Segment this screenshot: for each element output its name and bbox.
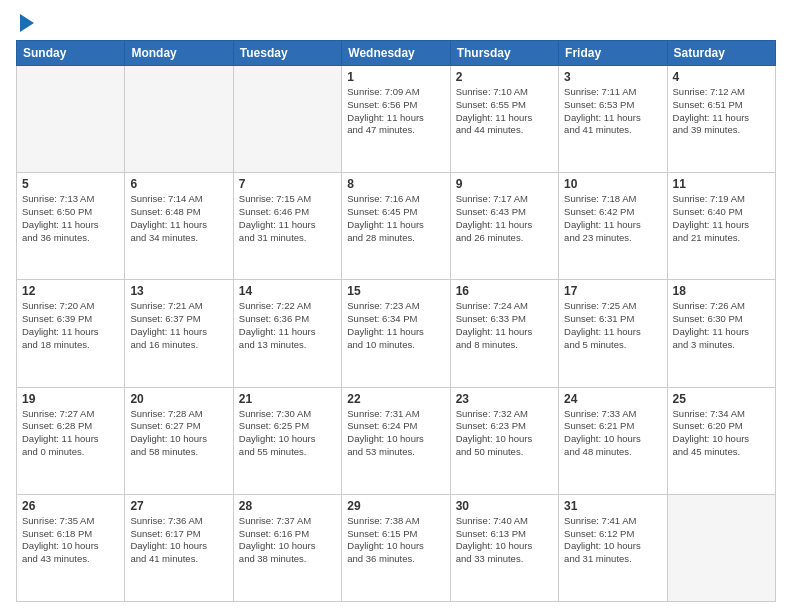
day-number: 21 — [239, 392, 336, 406]
day-info: Sunrise: 7:18 AM Sunset: 6:42 PM Dayligh… — [564, 193, 661, 244]
day-number: 6 — [130, 177, 227, 191]
day-number: 4 — [673, 70, 770, 84]
day-number: 29 — [347, 499, 444, 513]
day-number: 1 — [347, 70, 444, 84]
table-row: 25Sunrise: 7:34 AM Sunset: 6:20 PM Dayli… — [667, 387, 775, 494]
table-row: 8Sunrise: 7:16 AM Sunset: 6:45 PM Daylig… — [342, 173, 450, 280]
day-info: Sunrise: 7:31 AM Sunset: 6:24 PM Dayligh… — [347, 408, 444, 459]
table-row: 2Sunrise: 7:10 AM Sunset: 6:55 PM Daylig… — [450, 66, 558, 173]
day-number: 14 — [239, 284, 336, 298]
day-number: 24 — [564, 392, 661, 406]
day-info: Sunrise: 7:35 AM Sunset: 6:18 PM Dayligh… — [22, 515, 119, 566]
day-info: Sunrise: 7:12 AM Sunset: 6:51 PM Dayligh… — [673, 86, 770, 137]
day-number: 31 — [564, 499, 661, 513]
day-number: 15 — [347, 284, 444, 298]
day-number: 8 — [347, 177, 444, 191]
day-info: Sunrise: 7:23 AM Sunset: 6:34 PM Dayligh… — [347, 300, 444, 351]
day-info: Sunrise: 7:17 AM Sunset: 6:43 PM Dayligh… — [456, 193, 553, 244]
day-number: 27 — [130, 499, 227, 513]
logo-icon — [18, 12, 36, 34]
table-row: 20Sunrise: 7:28 AM Sunset: 6:27 PM Dayli… — [125, 387, 233, 494]
table-row — [667, 494, 775, 601]
day-number: 3 — [564, 70, 661, 84]
table-row: 24Sunrise: 7:33 AM Sunset: 6:21 PM Dayli… — [559, 387, 667, 494]
day-info: Sunrise: 7:20 AM Sunset: 6:39 PM Dayligh… — [22, 300, 119, 351]
day-info: Sunrise: 7:14 AM Sunset: 6:48 PM Dayligh… — [130, 193, 227, 244]
table-row: 21Sunrise: 7:30 AM Sunset: 6:25 PM Dayli… — [233, 387, 341, 494]
col-friday: Friday — [559, 41, 667, 66]
calendar-week-4: 19Sunrise: 7:27 AM Sunset: 6:28 PM Dayli… — [17, 387, 776, 494]
day-number: 13 — [130, 284, 227, 298]
col-tuesday: Tuesday — [233, 41, 341, 66]
day-info: Sunrise: 7:24 AM Sunset: 6:33 PM Dayligh… — [456, 300, 553, 351]
day-number: 18 — [673, 284, 770, 298]
calendar-week-2: 5Sunrise: 7:13 AM Sunset: 6:50 PM Daylig… — [17, 173, 776, 280]
day-number: 16 — [456, 284, 553, 298]
table-row — [17, 66, 125, 173]
day-number: 26 — [22, 499, 119, 513]
day-number: 11 — [673, 177, 770, 191]
calendar-week-1: 1Sunrise: 7:09 AM Sunset: 6:56 PM Daylig… — [17, 66, 776, 173]
table-row: 19Sunrise: 7:27 AM Sunset: 6:28 PM Dayli… — [17, 387, 125, 494]
day-info: Sunrise: 7:28 AM Sunset: 6:27 PM Dayligh… — [130, 408, 227, 459]
table-row: 3Sunrise: 7:11 AM Sunset: 6:53 PM Daylig… — [559, 66, 667, 173]
svg-marker-0 — [20, 14, 34, 32]
table-row: 31Sunrise: 7:41 AM Sunset: 6:12 PM Dayli… — [559, 494, 667, 601]
day-info: Sunrise: 7:34 AM Sunset: 6:20 PM Dayligh… — [673, 408, 770, 459]
table-row: 23Sunrise: 7:32 AM Sunset: 6:23 PM Dayli… — [450, 387, 558, 494]
table-row: 9Sunrise: 7:17 AM Sunset: 6:43 PM Daylig… — [450, 173, 558, 280]
day-info: Sunrise: 7:37 AM Sunset: 6:16 PM Dayligh… — [239, 515, 336, 566]
table-row: 27Sunrise: 7:36 AM Sunset: 6:17 PM Dayli… — [125, 494, 233, 601]
header-row: Sunday Monday Tuesday Wednesday Thursday… — [17, 41, 776, 66]
calendar-week-5: 26Sunrise: 7:35 AM Sunset: 6:18 PM Dayli… — [17, 494, 776, 601]
table-row: 17Sunrise: 7:25 AM Sunset: 6:31 PM Dayli… — [559, 280, 667, 387]
day-info: Sunrise: 7:25 AM Sunset: 6:31 PM Dayligh… — [564, 300, 661, 351]
col-wednesday: Wednesday — [342, 41, 450, 66]
day-info: Sunrise: 7:19 AM Sunset: 6:40 PM Dayligh… — [673, 193, 770, 244]
day-number: 22 — [347, 392, 444, 406]
table-row: 13Sunrise: 7:21 AM Sunset: 6:37 PM Dayli… — [125, 280, 233, 387]
calendar-week-3: 12Sunrise: 7:20 AM Sunset: 6:39 PM Dayli… — [17, 280, 776, 387]
logo — [16, 12, 36, 34]
page: Sunday Monday Tuesday Wednesday Thursday… — [0, 0, 792, 612]
table-row: 16Sunrise: 7:24 AM Sunset: 6:33 PM Dayli… — [450, 280, 558, 387]
table-row: 4Sunrise: 7:12 AM Sunset: 6:51 PM Daylig… — [667, 66, 775, 173]
table-row — [233, 66, 341, 173]
day-number: 17 — [564, 284, 661, 298]
day-number: 5 — [22, 177, 119, 191]
day-info: Sunrise: 7:33 AM Sunset: 6:21 PM Dayligh… — [564, 408, 661, 459]
day-number: 10 — [564, 177, 661, 191]
table-row: 14Sunrise: 7:22 AM Sunset: 6:36 PM Dayli… — [233, 280, 341, 387]
table-row: 5Sunrise: 7:13 AM Sunset: 6:50 PM Daylig… — [17, 173, 125, 280]
table-row: 11Sunrise: 7:19 AM Sunset: 6:40 PM Dayli… — [667, 173, 775, 280]
day-info: Sunrise: 7:15 AM Sunset: 6:46 PM Dayligh… — [239, 193, 336, 244]
day-number: 9 — [456, 177, 553, 191]
table-row: 22Sunrise: 7:31 AM Sunset: 6:24 PM Dayli… — [342, 387, 450, 494]
col-monday: Monday — [125, 41, 233, 66]
col-thursday: Thursday — [450, 41, 558, 66]
day-number: 12 — [22, 284, 119, 298]
day-info: Sunrise: 7:26 AM Sunset: 6:30 PM Dayligh… — [673, 300, 770, 351]
day-info: Sunrise: 7:22 AM Sunset: 6:36 PM Dayligh… — [239, 300, 336, 351]
day-info: Sunrise: 7:16 AM Sunset: 6:45 PM Dayligh… — [347, 193, 444, 244]
day-info: Sunrise: 7:41 AM Sunset: 6:12 PM Dayligh… — [564, 515, 661, 566]
day-number: 28 — [239, 499, 336, 513]
day-info: Sunrise: 7:11 AM Sunset: 6:53 PM Dayligh… — [564, 86, 661, 137]
table-row: 6Sunrise: 7:14 AM Sunset: 6:48 PM Daylig… — [125, 173, 233, 280]
header — [16, 12, 776, 34]
table-row: 15Sunrise: 7:23 AM Sunset: 6:34 PM Dayli… — [342, 280, 450, 387]
table-row: 7Sunrise: 7:15 AM Sunset: 6:46 PM Daylig… — [233, 173, 341, 280]
table-row: 10Sunrise: 7:18 AM Sunset: 6:42 PM Dayli… — [559, 173, 667, 280]
table-row — [125, 66, 233, 173]
day-info: Sunrise: 7:38 AM Sunset: 6:15 PM Dayligh… — [347, 515, 444, 566]
day-info: Sunrise: 7:09 AM Sunset: 6:56 PM Dayligh… — [347, 86, 444, 137]
day-info: Sunrise: 7:13 AM Sunset: 6:50 PM Dayligh… — [22, 193, 119, 244]
table-row: 12Sunrise: 7:20 AM Sunset: 6:39 PM Dayli… — [17, 280, 125, 387]
day-info: Sunrise: 7:36 AM Sunset: 6:17 PM Dayligh… — [130, 515, 227, 566]
table-row: 28Sunrise: 7:37 AM Sunset: 6:16 PM Dayli… — [233, 494, 341, 601]
table-row: 1Sunrise: 7:09 AM Sunset: 6:56 PM Daylig… — [342, 66, 450, 173]
day-info: Sunrise: 7:40 AM Sunset: 6:13 PM Dayligh… — [456, 515, 553, 566]
day-info: Sunrise: 7:30 AM Sunset: 6:25 PM Dayligh… — [239, 408, 336, 459]
col-sunday: Sunday — [17, 41, 125, 66]
table-row: 30Sunrise: 7:40 AM Sunset: 6:13 PM Dayli… — [450, 494, 558, 601]
